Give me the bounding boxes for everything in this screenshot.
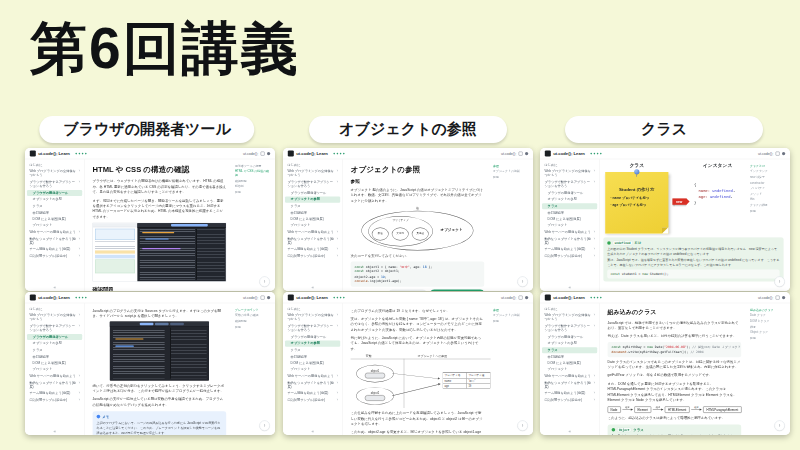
sidebar-item[interactable]: DOM による描画(発展)› <box>27 216 82 222</box>
sidebar-item[interactable]: はじめに› <box>27 162 82 168</box>
github-icon[interactable] <box>782 296 785 299</box>
toc-item[interactable]: constructor <box>750 181 787 185</box>
toc-item[interactable]: メソッド <box>750 192 787 196</box>
sidebar-item[interactable]: プロジェクト› <box>542 367 597 373</box>
sidebar-item[interactable]: 動的なウェブサイトを作ろう(発展)› <box>542 380 597 390</box>
external-link-icon[interactable] <box>261 295 265 299</box>
toc-item[interactable]: 課題 <box>493 175 530 179</box>
toc-item[interactable]: 課題 <box>750 209 787 213</box>
toc-item[interactable]: 継承 <box>750 325 787 329</box>
sidebar-item[interactable]: プロジェクト› <box>285 223 340 229</box>
sidebar-item[interactable]: Web サーバーの開発を始めよう› <box>542 229 597 235</box>
sidebar-collapse-icon[interactable]: « <box>283 285 342 290</box>
sidebar-item[interactable]: 非同期処理› <box>27 354 82 360</box>
github-icon[interactable] <box>267 296 270 299</box>
scroll-top-button[interactable]: ↑ <box>259 420 269 430</box>
sidebar-item[interactable]: はじめに› <box>27 306 82 312</box>
github-icon[interactable] <box>782 152 785 155</box>
toc-item[interactable]: クラスとは <box>750 164 787 168</box>
sidebar-item[interactable]: Web プログラミングの全体像をつかもう› <box>285 169 340 179</box>
sidebar-item[interactable]: Web サーバーの開発を始めよう› <box>542 373 597 379</box>
sidebar-item[interactable]: はじめに› <box>285 306 340 312</box>
toc-item[interactable]: this <box>750 198 787 202</box>
sidebar-item[interactable]: チーム開発を始めよう(発展)› <box>27 247 82 253</box>
run-program-button[interactable]: このプログラムを実行する <box>430 289 484 291</box>
toc-item[interactable]: 参照 <box>493 308 530 312</box>
toc-item[interactable]: 組み込みのクラス <box>750 308 787 312</box>
scroll-top-button[interactable]: ↑ <box>259 276 269 286</box>
sidebar-item[interactable]: ブラウザで動作するアプリケーションを作ろう› <box>542 179 597 189</box>
toc-item[interactable]: 参照 <box>493 164 530 168</box>
header-utcode-link[interactable]: ut.code(); <box>501 295 516 299</box>
toc-item[interactable]: DOM とクラス <box>750 319 787 323</box>
toc-item[interactable]: インスタンス <box>750 170 787 174</box>
toc-item[interactable]: 課題 <box>235 190 272 194</box>
github-icon[interactable] <box>525 296 528 299</box>
sidebar-item[interactable]: オブジェクトの参照› <box>27 341 82 347</box>
sidebar-item[interactable]: クラス› <box>27 347 82 353</box>
sidebar-item[interactable]: ブラウザの開発者ツール› <box>285 334 340 340</box>
sidebar-item[interactable]: プロジェクト› <box>27 223 82 229</box>
toc-item[interactable]: プロパティ <box>750 186 787 190</box>
toc-item[interactable]: 課題 <box>750 336 787 340</box>
sidebar-item[interactable]: プロジェクト› <box>27 367 82 373</box>
toc-item[interactable]: オブジェクトの複製 <box>493 314 530 318</box>
brand-text[interactable]: ut.code(); Learn <box>296 151 328 156</box>
sidebar-item[interactable]: DOM による描画(発展)› <box>27 360 82 366</box>
sidebar-item[interactable]: ブラウザで動作するアプリケーションを作ろう› <box>27 179 82 189</box>
sidebar-item[interactable]: クラス› <box>27 203 82 209</box>
toc-item[interactable]: クラスの継承 <box>750 203 787 207</box>
github-icon[interactable] <box>267 152 270 155</box>
brand-text[interactable]: ut.code(); Learn <box>38 151 70 156</box>
scroll-top-button[interactable]: ↑ <box>774 420 784 430</box>
brand-text[interactable]: ut.code(); Learn <box>553 151 585 156</box>
scroll-top-button[interactable]: ↑ <box>774 276 784 286</box>
toc-item[interactable]: 変数の中身の確認 <box>235 314 272 318</box>
external-link-icon[interactable] <box>261 151 265 155</box>
toc-item[interactable]: HTML や CSS の構造の確認 <box>235 170 272 178</box>
sidebar-item[interactable]: チーム開発を始めよう(発展)› <box>542 247 597 253</box>
sidebar-item[interactable]: 非同期処理› <box>285 354 340 360</box>
sidebar-collapse-icon[interactable]: « <box>25 429 84 434</box>
sidebar-item[interactable]: ブラウザの開発者ツール› <box>285 190 340 196</box>
toc-item[interactable]: 解答例 <box>235 185 272 189</box>
header-utcode-link[interactable]: ut.code(); <box>758 151 773 155</box>
header-utcode-link[interactable]: ut.code(); <box>501 151 516 155</box>
sidebar-item[interactable]: 非同期処理› <box>285 210 340 216</box>
sidebar-item[interactable]: Web サーバーの開発を始めよう› <box>27 373 82 379</box>
external-link-icon[interactable] <box>776 295 780 299</box>
sidebar-item[interactable]: DOM による描画(発展)› <box>542 216 597 222</box>
toc-item[interactable]: Object クラス <box>750 330 787 334</box>
sidebar-item[interactable]: Web プログラミングの全体像をつかもう› <box>542 313 597 323</box>
sidebar-collapse-icon[interactable]: « <box>540 285 599 290</box>
external-link-icon[interactable] <box>519 151 523 155</box>
sidebar-item[interactable]: DOM による描画(発展)› <box>285 216 340 222</box>
sidebar-item[interactable]: Web サーバーの開発を始めよう› <box>285 373 340 379</box>
sidebar-item[interactable]: 口頭試問サンプル(準備中)› <box>27 253 82 259</box>
brand-text[interactable]: ut.code(); Learn <box>296 295 328 300</box>
sidebar-item[interactable]: ブラウザで動作するアプリケーションを作ろう› <box>27 323 82 333</box>
header-utcode-link[interactable]: ut.code(); <box>758 295 773 299</box>
open-web-ide-button[interactable]: Web IDE で開く <box>388 289 426 291</box>
sidebar-item[interactable]: 口頭試問サンプル(準備中)› <box>27 397 82 403</box>
external-link-icon[interactable] <box>776 151 780 155</box>
external-link-icon[interactable] <box>519 295 523 299</box>
sidebar-item[interactable]: DOM による描画(発展)› <box>542 360 597 366</box>
toc-item[interactable]: 課題 <box>235 325 272 329</box>
sidebar-item[interactable]: クラス› <box>542 203 597 209</box>
header-utcode-link[interactable]: ut.code(); <box>243 295 258 299</box>
sidebar-item[interactable]: Web プログラミングの全体像をつかもう› <box>542 169 597 179</box>
sidebar-item[interactable]: 動的なウェブサイトを作ろう(発展)› <box>542 236 597 246</box>
sidebar-collapse-icon[interactable]: « <box>25 285 84 290</box>
sidebar-item[interactable]: Web サーバーの開発を始めよう› <box>285 229 340 235</box>
sidebar-item[interactable]: ブラウザの開発者ツール› <box>542 334 597 340</box>
sidebar-item[interactable]: クラス› <box>285 347 340 353</box>
sidebar-item[interactable]: はじめに› <box>542 162 597 168</box>
sidebar-collapse-icon[interactable]: « <box>540 429 599 434</box>
sidebar-item[interactable]: ブラウザで動作するアプリケーションを作ろう› <box>285 179 340 189</box>
sidebar-item[interactable]: Web プログラミングの全体像をつかもう› <box>285 313 340 323</box>
sidebar-item[interactable]: 非同期処理› <box>27 210 82 216</box>
sidebar-collapse-icon[interactable]: « <box>283 429 342 434</box>
header-utcode-link[interactable]: ut.code(); <box>243 151 258 155</box>
toc-item[interactable]: Date クラス <box>750 314 787 318</box>
